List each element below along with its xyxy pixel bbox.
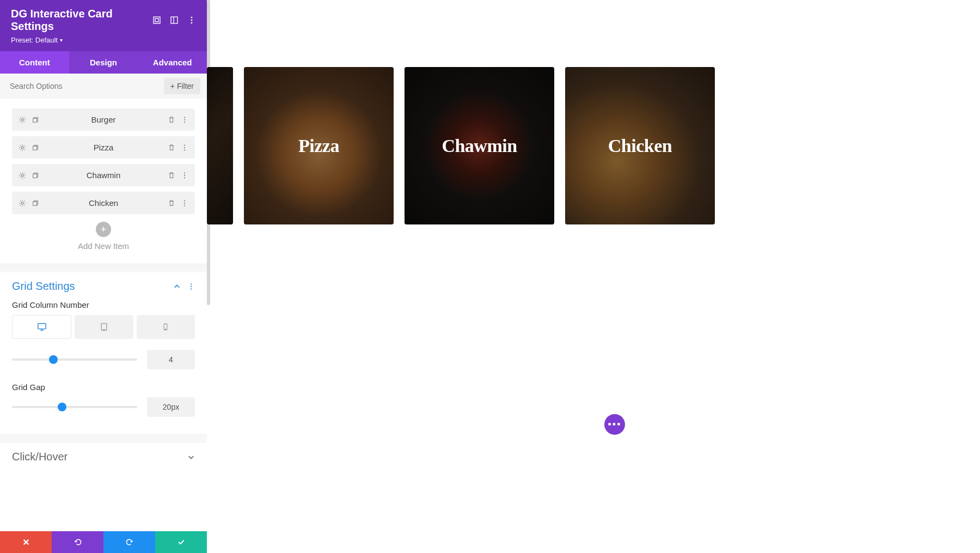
section-toggle[interactable]: Grid Settings (12, 280, 195, 293)
svg-point-10 (184, 119, 185, 120)
card[interactable]: Chawmin (405, 67, 554, 224)
grid-column-label: Grid Column Number (12, 300, 195, 309)
more-icon[interactable] (181, 116, 188, 124)
redo-button[interactable] (103, 531, 155, 553)
slider-track[interactable] (12, 358, 137, 361)
svg-point-29 (191, 288, 192, 289)
svg-rect-2 (171, 17, 177, 23)
panel-toggle-icon[interactable] (170, 16, 179, 25)
trash-icon[interactable] (168, 144, 175, 151)
more-icon[interactable] (181, 199, 188, 207)
grid-gap-label: Grid Gap (12, 382, 195, 392)
svg-rect-0 (154, 17, 160, 23)
section-title: Grid Settings (12, 280, 75, 293)
svg-point-7 (21, 118, 23, 120)
slider-thumb[interactable] (58, 403, 66, 411)
panel-title: DG Interactive Card Settings (11, 8, 146, 33)
add-new-item[interactable]: + Add New Item (12, 222, 195, 251)
duplicate-icon[interactable] (32, 199, 39, 207)
duplicate-icon[interactable] (32, 116, 39, 124)
svg-rect-30 (38, 324, 45, 329)
more-icon[interactable] (181, 144, 188, 151)
device-tablet[interactable] (75, 315, 133, 339)
svg-point-19 (184, 172, 185, 173)
gear-icon[interactable] (19, 172, 26, 179)
trash-icon[interactable] (168, 172, 175, 179)
card-title: Chawmin (442, 136, 517, 156)
add-new-label: Add New Item (12, 241, 195, 251)
gear-icon[interactable] (19, 116, 26, 124)
search-input[interactable] (7, 78, 160, 94)
more-icon[interactable] (187, 16, 196, 25)
grid-gap-value[interactable]: 20px (147, 397, 195, 417)
gear-icon[interactable] (19, 144, 26, 151)
svg-point-26 (184, 205, 185, 206)
section-toggle[interactable]: Click/Hover (12, 451, 195, 463)
save-button[interactable] (155, 531, 207, 553)
undo-button[interactable] (52, 531, 103, 553)
chevron-down-icon[interactable] (187, 453, 195, 461)
svg-point-22 (21, 202, 23, 204)
svg-point-5 (191, 20, 193, 21)
section-title: Click/Hover (12, 451, 68, 463)
svg-point-4 (191, 17, 193, 19)
duplicate-icon[interactable] (32, 144, 39, 151)
card[interactable]: Pizza (244, 67, 394, 224)
gear-icon[interactable] (19, 199, 26, 207)
card[interactable]: Chicken (565, 67, 715, 224)
slider-track[interactable] (12, 406, 137, 408)
chevron-up-icon[interactable] (173, 283, 181, 290)
slider-thumb[interactable] (49, 355, 58, 364)
card-title: Pizza (298, 136, 339, 156)
svg-point-34 (166, 329, 166, 330)
svg-point-14 (184, 144, 185, 145)
cancel-button[interactable] (0, 531, 52, 553)
fab-more-button[interactable]: ••• (604, 414, 625, 435)
svg-point-9 (184, 117, 185, 118)
tab-bar: Content Design Advanced (0, 51, 207, 74)
svg-rect-18 (33, 174, 37, 178)
expand-icon[interactable] (152, 16, 161, 25)
filter-label: Filter (177, 82, 194, 90)
device-mobile[interactable] (137, 315, 195, 339)
grid-settings-section: Grid Settings Grid Column Number 4 Grid … (12, 272, 195, 434)
divider (0, 434, 207, 443)
card-title: Chicken (608, 136, 672, 156)
filter-button[interactable]: + Filter (164, 78, 200, 94)
device-desktop[interactable] (12, 315, 71, 339)
settings-sidebar: DG Interactive Card Settings Preset: Def… (0, 0, 207, 553)
trash-icon[interactable] (168, 199, 175, 207)
item-label: Chicken (39, 198, 168, 208)
svg-point-21 (184, 177, 185, 178)
svg-point-16 (184, 149, 185, 150)
tab-content[interactable]: Content (0, 51, 69, 74)
click-hover-section: Click/Hover (12, 443, 195, 475)
svg-rect-8 (33, 118, 37, 122)
duplicate-icon[interactable] (32, 172, 39, 179)
grid-column-value[interactable]: 4 (147, 350, 195, 369)
tab-design[interactable]: Design (69, 51, 138, 74)
more-horizontal-icon: ••• (608, 419, 622, 430)
list-item[interactable]: Burger (12, 108, 195, 131)
tab-advanced[interactable]: Advanced (138, 51, 207, 74)
preview-area: Pizza Chawmin Chicken ••• (207, 0, 980, 553)
list-item[interactable]: Pizza (12, 136, 195, 159)
svg-point-12 (21, 146, 23, 148)
preset-selector[interactable]: Preset: Default (11, 36, 63, 44)
svg-rect-23 (33, 202, 37, 205)
more-icon[interactable] (181, 172, 188, 179)
card-grid: Pizza Chawmin Chicken (207, 0, 980, 224)
list-item[interactable]: Chicken (12, 192, 195, 214)
search-bar: + Filter (0, 74, 207, 99)
svg-point-24 (184, 200, 185, 201)
card-partial[interactable] (207, 67, 233, 224)
plus-icon[interactable]: + (96, 222, 111, 237)
trash-icon[interactable] (168, 116, 175, 124)
svg-point-27 (191, 283, 192, 284)
more-icon[interactable] (187, 283, 195, 290)
svg-point-11 (184, 121, 185, 123)
list-item[interactable]: Chawmin (12, 164, 195, 186)
device-tabs (12, 315, 195, 339)
svg-rect-1 (155, 19, 158, 22)
svg-point-6 (191, 22, 193, 24)
